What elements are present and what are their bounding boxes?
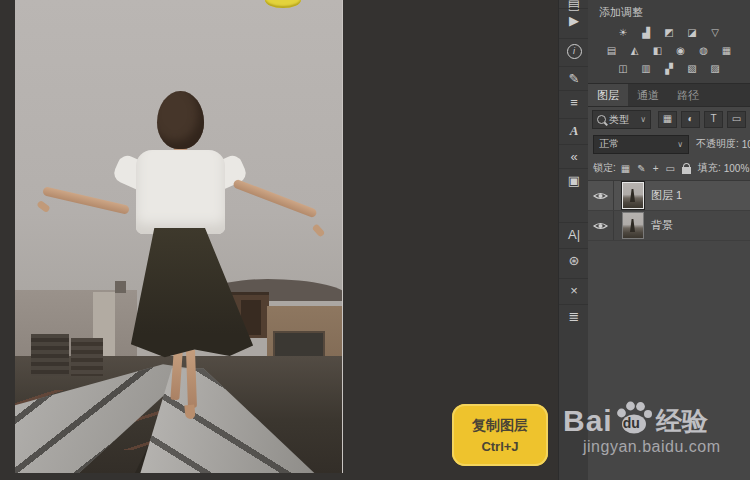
- channel-mixer-icon[interactable]: ◍: [695, 43, 712, 58]
- eye-icon: [593, 221, 608, 231]
- color-lookup-icon[interactable]: ▦: [718, 43, 735, 58]
- visibility-toggle[interactable]: [588, 181, 614, 210]
- filter-icons: ▦ ◐ T ▭: [658, 111, 746, 128]
- styles-icon[interactable]: A: [559, 118, 589, 143]
- levels-icon[interactable]: ▟: [638, 25, 655, 40]
- character-icon[interactable]: A|: [559, 222, 589, 247]
- watermark: Bai du 经验 jingyan.baidu.com: [563, 398, 750, 456]
- shortcut-tooltip: 复制图层 Ctrl+J: [452, 404, 548, 466]
- cross-glyph: ×: [570, 283, 578, 298]
- layer-row-background[interactable]: 背景: [588, 211, 750, 241]
- blend-mode-select[interactable]: 正常 ∨: [593, 135, 689, 154]
- actions-icon[interactable]: ▶: [559, 8, 589, 33]
- photo-filter-icon[interactable]: ◉: [672, 43, 689, 58]
- watermark-bai: Bai: [563, 406, 613, 436]
- black-white-icon[interactable]: ◧: [649, 43, 666, 58]
- sliders-glyph: ≡: [570, 95, 578, 110]
- lock-transparency-icon[interactable]: ▦: [621, 163, 630, 174]
- watermark-url: jingyan.baidu.com: [583, 438, 750, 456]
- tooltip-shortcut: Ctrl+J: [481, 439, 518, 454]
- brush-settings-icon[interactable]: ≡: [559, 90, 589, 115]
- layer-name: 背景: [651, 218, 673, 233]
- play-glyph: ▶: [569, 13, 579, 28]
- clone-source-icon[interactable]: «: [559, 144, 589, 169]
- exposure-icon[interactable]: ◪: [684, 25, 701, 40]
- gradient-map-icon[interactable]: ▧: [684, 61, 701, 76]
- info-icon[interactable]: i: [559, 38, 589, 63]
- notes-glyph: ≣: [569, 309, 580, 324]
- visibility-toggle[interactable]: [588, 211, 614, 240]
- filter-shape-layers-icon[interactable]: ▭: [727, 111, 746, 128]
- layers-list: 图层 1 背景: [588, 180, 750, 241]
- tab-channels[interactable]: 通道: [628, 84, 668, 106]
- blend-row: 正常 ∨ 不透明度: 100%: [588, 132, 750, 156]
- lock-icons: ▦ ✎ + ▭: [621, 163, 691, 174]
- layer-filter-row: 类型 ∨ ▦ ◐ T ▭: [588, 107, 750, 132]
- layer-name: 图层 1: [651, 188, 682, 203]
- layer-thumbnail[interactable]: [622, 182, 644, 209]
- opacity-value[interactable]: 100%: [742, 139, 750, 150]
- measurement-icon[interactable]: ×: [559, 278, 589, 303]
- filter-pixel-layers-icon[interactable]: ▦: [658, 111, 677, 128]
- fill-label: 填充:: [698, 161, 721, 175]
- info-glyph: i: [567, 44, 582, 59]
- adjustments-title: 添加调整: [588, 0, 750, 22]
- photo-woman-foot: [184, 405, 195, 420]
- photo-ac-unit: [31, 334, 69, 376]
- character-glyph: A|: [568, 227, 580, 242]
- photo-woman-hand: [36, 200, 51, 214]
- search-icon: [597, 115, 606, 124]
- photo-woman-hair: [157, 91, 204, 149]
- lock-row: 锁定: ▦ ✎ + ▭ 填充: 100%: [588, 156, 750, 180]
- filter-type-label: 类型: [609, 113, 629, 127]
- brush-icon[interactable]: ✎: [559, 66, 589, 91]
- clone-glyph: «: [570, 149, 577, 164]
- layer-thumbnail[interactable]: [622, 212, 644, 239]
- color-balance-icon[interactable]: ◭: [626, 43, 643, 58]
- notes-icon[interactable]: ≣: [559, 304, 589, 329]
- brightness-contrast-icon[interactable]: ☀: [615, 25, 632, 40]
- watermark-du: du: [623, 415, 640, 431]
- tab-layers[interactable]: 图层: [588, 84, 628, 106]
- blend-mode-value: 正常: [599, 137, 619, 151]
- baidu-paw-icon: du: [614, 398, 654, 436]
- folder-glyph: ▣: [568, 173, 580, 188]
- adjustments-row: ▤ ◭ ◧ ◉ ◍ ▦: [588, 43, 750, 58]
- tool-presets-icon[interactable]: ⊛: [559, 248, 589, 273]
- lock-move-icon[interactable]: +: [653, 163, 659, 174]
- vibrance-icon[interactable]: ▽: [707, 25, 724, 40]
- lock-paint-icon[interactable]: ✎: [637, 163, 645, 174]
- posterize-icon[interactable]: ▥: [638, 61, 655, 76]
- opacity-label: 不透明度:: [696, 137, 739, 151]
- selective-color-icon[interactable]: ▨: [707, 61, 724, 76]
- lock-artboard-icon[interactable]: ▭: [665, 163, 674, 174]
- layer-comps-icon[interactable]: ▣: [559, 168, 589, 193]
- adjustments-row: ◫ ▥ ▞ ▧ ▨: [588, 61, 750, 76]
- fill-value[interactable]: 100%: [724, 163, 750, 174]
- photoshop-window: ▤ ▶ i ✎ ≡ A « ▣ A| ⊛ × ≣ 添加调整 ☀ ▟ ◩ ◪ ▽ …: [0, 0, 750, 480]
- styles-glyph: A: [570, 123, 579, 138]
- filter-type-layers-icon[interactable]: T: [704, 111, 723, 128]
- panel-tabbar: 图层 通道 路径: [588, 83, 750, 107]
- chevron-down-icon: ∨: [677, 140, 683, 149]
- filter-adjustment-layers-icon[interactable]: ◐: [681, 111, 700, 128]
- hue-saturation-icon[interactable]: ▤: [603, 43, 620, 58]
- invert-icon[interactable]: ◫: [615, 61, 632, 76]
- flower-glyph: ⊛: [569, 253, 580, 268]
- photo-canvas[interactable]: [15, 0, 343, 473]
- layer-row-layer1[interactable]: 图层 1: [588, 181, 750, 211]
- lock-label: 锁定:: [593, 161, 616, 175]
- photo-woman-arm: [42, 186, 130, 215]
- eye-icon: [593, 191, 608, 201]
- adjustments-row: ☀ ▟ ◩ ◪ ▽: [588, 25, 750, 40]
- curves-icon[interactable]: ◩: [661, 25, 678, 40]
- photo-woman-hand: [312, 223, 326, 237]
- lock-all-icon[interactable]: [682, 167, 691, 174]
- watermark-brand: Bai du 经验: [563, 398, 750, 436]
- photo-ac-unit: [71, 338, 103, 376]
- brush-glyph: ✎: [569, 71, 580, 86]
- tooltip-title: 复制图层: [472, 417, 528, 435]
- tab-paths[interactable]: 路径: [668, 84, 708, 106]
- filter-type-select[interactable]: 类型 ∨: [592, 110, 651, 129]
- threshold-icon[interactable]: ▞: [661, 61, 678, 76]
